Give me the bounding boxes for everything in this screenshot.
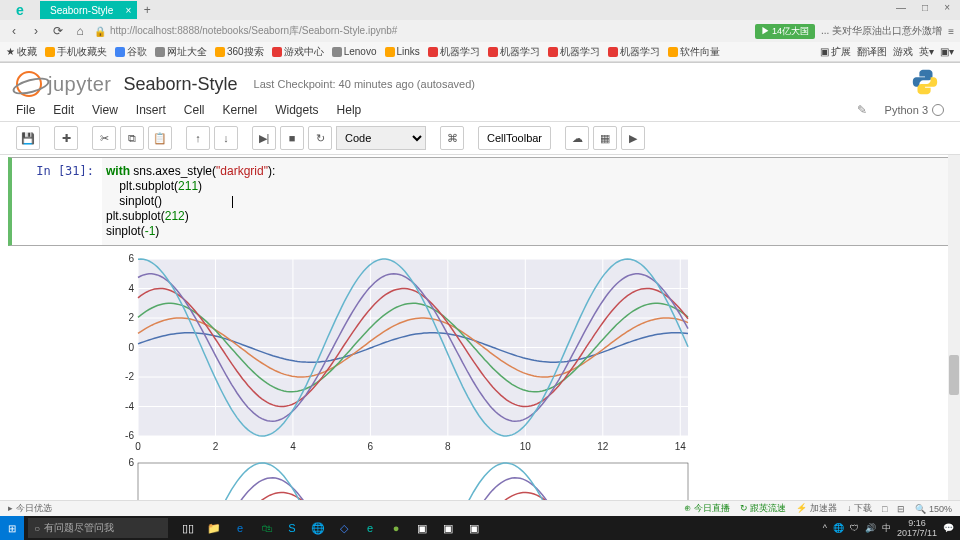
run-icon[interactable]: ▶| — [252, 126, 276, 150]
menu-widgets[interactable]: Widgets — [275, 103, 318, 117]
bookmark-item[interactable]: 谷歌 — [115, 45, 147, 59]
scrollbar[interactable] — [948, 155, 960, 537]
bookmark-item[interactable]: 机器学习 — [428, 45, 480, 59]
move-down-icon[interactable]: ↓ — [214, 126, 238, 150]
bookmark-right[interactable]: ▣ 扩展 — [820, 45, 851, 59]
status-item[interactable]: ↻ 跟英流速 — [740, 502, 787, 515]
paste-icon[interactable]: 📋 — [148, 126, 172, 150]
bookmark-item[interactable]: 360搜索 — [215, 45, 264, 59]
maximize-icon[interactable]: □ — [918, 2, 932, 13]
menu-cell[interactable]: Cell — [184, 103, 205, 117]
bookmark-item[interactable]: 机器学习 — [548, 45, 600, 59]
restart-icon[interactable]: ↻ — [308, 126, 332, 150]
windows-taskbar: ⊞ ○ 有问题尽管问我 ▯▯ 📁 e 🛍 S 🌐 ◇ e ● ▣ ▣ ▣ ^ 🌐… — [0, 516, 960, 540]
bookmark-star-icon[interactable]: ★ 收藏 — [6, 45, 37, 59]
bookmark-item[interactable]: Links — [385, 46, 420, 57]
bookmark-right[interactable]: 英▾ — [919, 45, 934, 59]
status-item[interactable]: □ — [882, 504, 887, 514]
app-icon[interactable]: ▣ — [436, 518, 460, 538]
close-window-icon[interactable]: × — [940, 2, 954, 13]
move-up-icon[interactable]: ↑ — [186, 126, 210, 150]
command-palette-icon[interactable]: ⌘ — [440, 126, 464, 150]
status-item[interactable]: ⊟ — [897, 504, 905, 514]
badge[interactable]: ▶ 14亿大国 — [755, 24, 816, 39]
back-icon[interactable]: ‹ — [6, 23, 22, 39]
minimize-icon[interactable]: — — [892, 2, 910, 13]
app-icon[interactable]: ▣ — [410, 518, 434, 538]
bookmark-item[interactable]: 机器学习 — [608, 45, 660, 59]
app-icon[interactable]: e — [228, 518, 252, 538]
menu-edit[interactable]: Edit — [53, 103, 74, 117]
celltype-select[interactable]: Code — [336, 126, 426, 150]
news-ticker: ... 美对华原油出口意外激增 — [821, 24, 942, 38]
tray-icon[interactable]: 中 — [882, 522, 891, 535]
bookmark-item[interactable]: 网址大全 — [155, 45, 207, 59]
status-left[interactable]: ▸ 今日优选 — [8, 502, 52, 515]
celltoolbar-button[interactable]: CellToolbar — [478, 126, 551, 150]
menu-icon[interactable]: ≡ — [948, 26, 954, 37]
copy-icon[interactable]: ⧉ — [120, 126, 144, 150]
forward-icon[interactable]: › — [28, 23, 44, 39]
new-tab-button[interactable]: + — [137, 3, 157, 17]
bookmark-item[interactable]: 软件向量 — [668, 45, 720, 59]
menu-view[interactable]: View — [92, 103, 118, 117]
stop-icon[interactable]: ■ — [280, 126, 304, 150]
home-icon[interactable]: ⌂ — [72, 23, 88, 39]
jupyter-logo[interactable]: jupyter — [16, 71, 112, 97]
app-icon[interactable]: 🛍 — [254, 518, 278, 538]
bookmark-right[interactable]: ▣▾ — [940, 45, 954, 59]
app-icon[interactable]: S — [280, 518, 304, 538]
notification-icon[interactable]: 💬 — [943, 523, 954, 533]
cloud-icon[interactable]: ☁ — [565, 126, 589, 150]
menu-file[interactable]: File — [16, 103, 35, 117]
status-item[interactable]: ⊕ 今日直播 — [684, 502, 730, 515]
code-input[interactable]: with sns.axes_style("darkgrid"): plt.sub… — [102, 158, 951, 245]
bookmark-item[interactable]: 手机收藏夹 — [45, 45, 107, 59]
app-icon[interactable]: 📁 — [202, 518, 226, 538]
bookmark-item[interactable]: Lenovo — [332, 46, 377, 57]
menu-insert[interactable]: Insert — [136, 103, 166, 117]
jupyter-logo-text: jupyter — [48, 73, 112, 96]
notebook-title[interactable]: Seaborn-Style — [124, 74, 238, 95]
url-field[interactable]: 🔒 http://localhost:8888/notebooks/Seabor… — [94, 24, 749, 38]
tray-icon[interactable]: 🌐 — [833, 523, 844, 533]
code-cell[interactable]: In [31]: with sns.axes_style("darkgrid")… — [8, 157, 952, 246]
scroll-thumb[interactable] — [949, 355, 959, 395]
clock[interactable]: 9:16 2017/7/11 — [897, 518, 937, 538]
svg-text:0: 0 — [135, 441, 141, 452]
bookmark-right[interactable]: 游戏 — [893, 45, 913, 59]
start-button[interactable]: ⊞ — [0, 516, 24, 540]
app-icon[interactable]: e — [358, 518, 382, 538]
save-icon[interactable]: 💾 — [16, 126, 40, 150]
youtube-icon[interactable]: ▶ — [621, 126, 645, 150]
add-cell-icon[interactable]: ✚ — [54, 126, 78, 150]
present-icon[interactable]: ▦ — [593, 126, 617, 150]
address-bar: ‹ › ⟳ ⌂ 🔒 http://localhost:8888/notebook… — [0, 20, 960, 42]
bookmark-item[interactable]: 游戏中心 — [272, 45, 324, 59]
svg-text:2: 2 — [128, 312, 134, 323]
bookmark-right[interactable]: 翻译图 — [857, 45, 887, 59]
reload-icon[interactable]: ⟳ — [50, 23, 66, 39]
system-tray: ^ 🌐 🛡 🔊 中 9:16 2017/7/11 💬 — [817, 518, 960, 538]
app-icon[interactable]: ◇ — [332, 518, 356, 538]
taskbar-apps: ▯▯ 📁 e 🛍 S 🌐 ◇ e ● ▣ ▣ ▣ — [176, 518, 486, 538]
status-item[interactable]: ⚡ 加速器 — [796, 502, 837, 515]
bookmark-item[interactable]: 机器学习 — [488, 45, 540, 59]
cut-icon[interactable]: ✂ — [92, 126, 116, 150]
tray-icon[interactable]: 🛡 — [850, 523, 859, 533]
browser-chrome: e Seaborn-Style × + — □ × ‹ › ⟳ ⌂ 🔒 http… — [0, 0, 960, 63]
close-icon[interactable]: × — [126, 5, 132, 16]
tray-icon[interactable]: 🔊 — [865, 523, 876, 533]
app-icon[interactable]: 🌐 — [306, 518, 330, 538]
status-item[interactable]: ↓ 下载 — [847, 502, 872, 515]
zoom-level[interactable]: 🔍 150% — [915, 504, 952, 514]
app-icon[interactable]: ▣ — [462, 518, 486, 538]
cortana-search[interactable]: ○ 有问题尽管问我 — [28, 518, 168, 538]
menu-kernel[interactable]: Kernel — [223, 103, 258, 117]
tray-icon[interactable]: ^ — [823, 523, 827, 533]
edit-icon[interactable]: ✎ — [857, 103, 867, 117]
menu-help[interactable]: Help — [337, 103, 362, 117]
browser-tab[interactable]: Seaborn-Style × — [40, 1, 137, 19]
taskview-icon[interactable]: ▯▯ — [176, 518, 200, 538]
app-icon[interactable]: ● — [384, 518, 408, 538]
